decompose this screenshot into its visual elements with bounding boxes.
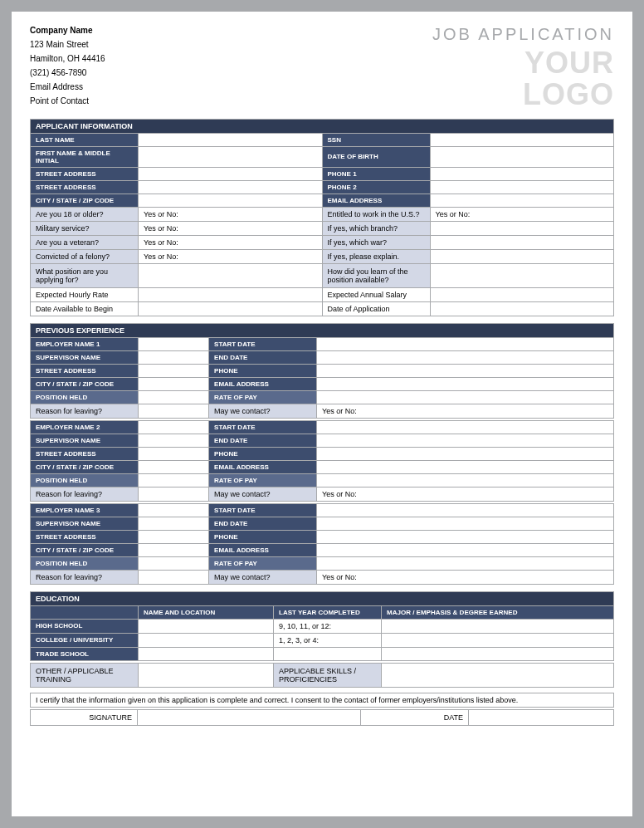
label-phone1: PHONE 1: [322, 167, 430, 180]
label-date-avail: Date Available to Begin: [31, 301, 139, 316]
title-block: JOB APPLICATION YOUR LOGO: [432, 23, 614, 110]
field-end2[interactable]: [317, 434, 614, 447]
field-em1[interactable]: [317, 377, 614, 390]
field-qmil[interactable]: Yes or No:: [139, 221, 323, 235]
page-header: Company Name 123 Main Street Hamilton, O…: [30, 23, 614, 110]
field-other-training[interactable]: [139, 663, 274, 687]
label-start1: START DATE: [209, 337, 317, 350]
field-contact3[interactable]: Yes or No:: [317, 570, 614, 584]
field-rate3[interactable]: [317, 556, 614, 570]
field-sup1[interactable]: [139, 350, 209, 364]
label-college: COLLEGE / UNIVERSITY: [31, 633, 139, 647]
field-sup3[interactable]: [139, 517, 209, 530]
field-qvet[interactable]: Yes or No:: [139, 235, 323, 249]
field-reason3[interactable]: [139, 570, 209, 584]
field-end3[interactable]: [317, 517, 614, 530]
field-qfelony[interactable]: Yes or No:: [139, 249, 323, 263]
field-hs-major[interactable]: [382, 619, 614, 633]
field-start3[interactable]: [317, 503, 614, 517]
field-trade-name[interactable]: [139, 647, 274, 660]
label-sup3: SUPERVISOR NAME: [31, 517, 139, 530]
label-hourly: Expected Hourly Rate: [31, 287, 139, 301]
field-pos1[interactable]: [139, 390, 209, 404]
field-qus[interactable]: Yes or No:: [430, 207, 614, 221]
field-email[interactable]: [430, 194, 614, 207]
label-pos2: POSITION HELD: [31, 473, 139, 487]
edu-col-name: NAME AND LOCATION: [139, 605, 274, 619]
label-hs: HIGH SCHOOL: [31, 619, 139, 633]
field-csz1[interactable]: [139, 377, 209, 390]
field-date-app[interactable]: [430, 301, 614, 316]
label-email: EMAIL ADDRESS: [322, 194, 430, 207]
field-qwar[interactable]: [430, 235, 614, 249]
field-first-mi[interactable]: [139, 146, 323, 167]
field-reason1[interactable]: [139, 404, 209, 418]
field-ssn[interactable]: [430, 133, 614, 146]
field-rate1[interactable]: [317, 390, 614, 404]
field-qposition[interactable]: [139, 263, 323, 287]
field-hs-year[interactable]: 9, 10, 11, or 12:: [274, 619, 382, 633]
field-q18[interactable]: Yes or No:: [139, 207, 323, 221]
field-col-year[interactable]: 1, 2, 3, or 4:: [274, 633, 382, 647]
label-signature: SIGNATURE: [30, 709, 138, 726]
label-pos3: POSITION HELD: [31, 556, 139, 570]
label-ph2: PHONE: [209, 447, 317, 460]
field-end1[interactable]: [317, 350, 614, 364]
page-title: JOB APPLICATION: [432, 25, 614, 44]
edu-col-major: MAJOR / EMPHASIS & DEGREE EARNED: [382, 605, 614, 619]
field-last-name[interactable]: [139, 133, 323, 146]
applicant-info-section: APPLICANT INFORMATION LAST NAME SSN FIRS…: [30, 119, 614, 316]
field-sup2[interactable]: [139, 434, 209, 447]
field-emp2[interactable]: [139, 420, 209, 434]
field-emp1[interactable]: [139, 337, 209, 350]
field-signature[interactable]: [138, 709, 361, 726]
field-reason2[interactable]: [139, 487, 209, 501]
field-csz[interactable]: [139, 194, 323, 207]
field-annual[interactable]: [430, 287, 614, 301]
label-ph1: PHONE: [209, 364, 317, 377]
field-phone1[interactable]: [430, 167, 614, 180]
field-date[interactable]: [469, 709, 614, 726]
section-header-experience: PREVIOUS EXPERIENCE: [31, 323, 614, 337]
previous-experience-section: PREVIOUS EXPERIENCE EMPLOYER NAME 1START…: [30, 323, 614, 585]
label-contact1: May we contact?: [209, 404, 317, 418]
label-street1: STREET ADDRESS: [31, 167, 139, 180]
field-em3[interactable]: [317, 543, 614, 556]
field-hs-name[interactable]: [139, 619, 274, 633]
field-qexplain[interactable]: [430, 249, 614, 263]
field-ph1[interactable]: [317, 364, 614, 377]
field-str3[interactable]: [139, 530, 209, 543]
field-col-name[interactable]: [139, 633, 274, 647]
field-em2[interactable]: [317, 460, 614, 473]
field-pos3[interactable]: [139, 556, 209, 570]
field-street2[interactable]: [139, 180, 323, 194]
field-csz2[interactable]: [139, 460, 209, 473]
field-emp3[interactable]: [139, 503, 209, 517]
field-hourly[interactable]: [139, 287, 323, 301]
field-pos2[interactable]: [139, 473, 209, 487]
field-rate2[interactable]: [317, 473, 614, 487]
field-str2[interactable]: [139, 447, 209, 460]
field-start2[interactable]: [317, 420, 614, 434]
field-qlearn[interactable]: [430, 263, 614, 287]
field-col-major[interactable]: [382, 633, 614, 647]
label-end2: END DATE: [209, 434, 317, 447]
field-str1[interactable]: [139, 364, 209, 377]
field-start1[interactable]: [317, 337, 614, 350]
field-contact1[interactable]: Yes or No:: [317, 404, 614, 418]
label-qvet: Are you a veteran?: [31, 235, 139, 249]
field-contact2[interactable]: Yes or No:: [317, 487, 614, 501]
field-qbranch[interactable]: [430, 221, 614, 235]
field-street1[interactable]: [139, 167, 323, 180]
field-date-avail[interactable]: [139, 301, 323, 316]
field-trade-year[interactable]: [274, 647, 382, 660]
field-phone2[interactable]: [430, 180, 614, 194]
field-skills[interactable]: [382, 663, 614, 687]
field-csz3[interactable]: [139, 543, 209, 556]
field-ph2[interactable]: [317, 447, 614, 460]
field-trade-major[interactable]: [382, 647, 614, 660]
field-dob[interactable]: [430, 146, 614, 167]
company-phone: (321) 456-7890: [30, 66, 105, 80]
field-ph3[interactable]: [317, 530, 614, 543]
label-reason1: Reason for leaving?: [31, 404, 139, 418]
